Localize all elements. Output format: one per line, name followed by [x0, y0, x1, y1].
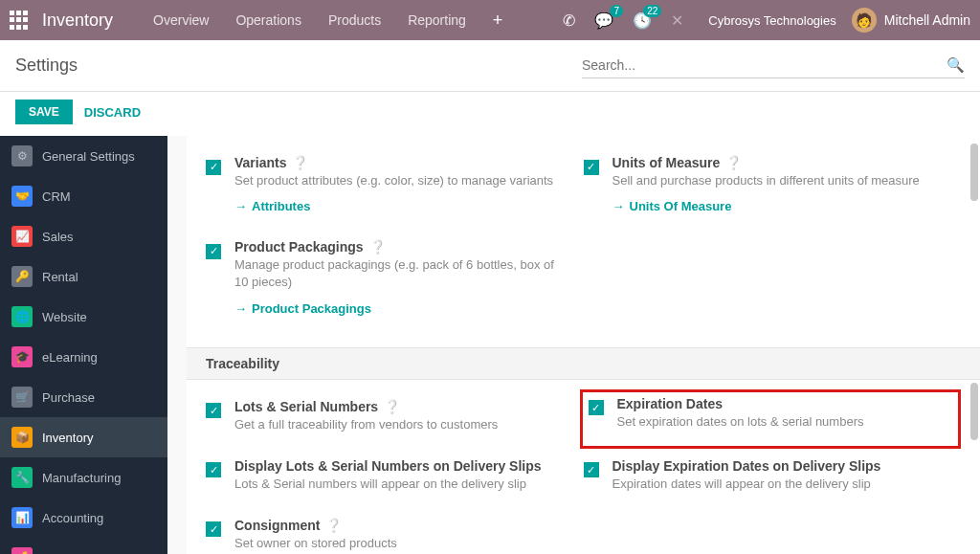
nav-reporting[interactable]: Reporting [408, 12, 466, 28]
sidebar-item-label: Website [42, 310, 87, 324]
arrow-right-icon: → [234, 301, 247, 316]
top-navbar: Inventory Overview Operations Products R… [0, 0, 980, 40]
scrollbar[interactable] [970, 383, 978, 440]
sidebar-item-label: Inventory [42, 431, 93, 445]
chat-icon[interactable]: 💬7 [594, 11, 613, 30]
save-button[interactable]: SAVE [15, 100, 73, 124]
nav-overview[interactable]: Overview [153, 12, 209, 28]
checkbox-variants[interactable]: ✓ [206, 160, 221, 175]
phone-icon[interactable]: ✆ [563, 11, 575, 30]
sidebar-item-crm[interactable]: 🤝CRM [0, 176, 167, 216]
globe-icon: 🌐 [11, 306, 33, 327]
breadcrumb-bar: Settings 🔍 [0, 40, 980, 92]
setting-title: Lots & Serial Numbers [234, 399, 378, 414]
sidebar-item-label: eLearning [42, 350, 98, 365]
search-icon[interactable]: 🔍 [947, 56, 965, 74]
sidebar-item-purchase[interactable]: 🛒Purchase [0, 377, 167, 417]
company-name[interactable]: Cybrosys Technologies [708, 13, 835, 28]
setting-title: Expiration Dates [617, 396, 723, 411]
checkbox-display-exp[interactable]: ✓ [584, 462, 599, 477]
settings-content: ✓ Variants❔ Set product attributes (e.g.… [167, 136, 980, 554]
checkbox-display-lots[interactable]: ✓ [206, 462, 221, 477]
setting-desc: Lots & Serial numbers will appear on the… [234, 476, 557, 493]
apps-icon[interactable] [10, 11, 29, 30]
wrench-icon: 🔧 [11, 467, 33, 488]
sidebar-item-general[interactable]: ⚙General Settings [0, 136, 167, 176]
help-icon[interactable]: ❔ [292, 155, 308, 170]
ledger-icon: 📊 [11, 507, 33, 528]
activity-icon[interactable]: 🕓22 [633, 11, 652, 30]
arrow-right-icon: → [234, 199, 247, 213]
link-packagings[interactable]: →Product Packagings [234, 301, 371, 316]
user-name: Mitchell Admin [884, 12, 970, 28]
gear-icon: ⚙ [11, 145, 33, 166]
cart-icon: 🛒 [11, 387, 33, 408]
setting-title: Product Packagings [234, 239, 364, 255]
sidebar-item-elearning[interactable]: 🎓eLearning [0, 337, 167, 377]
checkbox-consignment[interactable]: ✓ [206, 521, 221, 537]
sidebar-item-label: Purchase [42, 390, 95, 405]
checkbox-packagings[interactable]: ✓ [206, 244, 221, 259]
link-uom[interactable]: →Units Of Measure [612, 199, 732, 213]
setting-uom: ✓ Units of Measure❔ Sell and purchase pr… [584, 145, 962, 230]
checkbox-expiration[interactable]: ✓ [589, 400, 604, 415]
setting-display-lots-slips: ✓ Display Lots & Serial Numbers on Deliv… [206, 449, 584, 508]
activity-badge: 22 [643, 5, 661, 17]
scrollbar[interactable] [970, 144, 978, 201]
search-wrap: 🔍 [582, 53, 965, 78]
sidebar-item-manufacturing[interactable]: 🔧Manufacturing [0, 457, 167, 498]
checkbox-lots[interactable]: ✓ [206, 403, 221, 418]
tools-icon[interactable]: ✕ [671, 11, 683, 30]
sidebar-item-sales[interactable]: 📈Sales [0, 216, 167, 256]
sidebar-item-website[interactable]: 🌐Website [0, 297, 167, 337]
setting-desc: Get a full traceability from vendors to … [234, 416, 553, 433]
setting-desc: Set owner on stored products [234, 535, 557, 552]
sidebar-item-rental[interactable]: 🔑Rental [0, 256, 167, 297]
sidebar-item-label: Payroll [42, 551, 80, 555]
app-title[interactable]: Inventory [42, 11, 113, 31]
chart-icon: 📈 [11, 226, 33, 247]
setting-consignment: ✓ Consignment❔ Set owner on stored produ… [206, 508, 584, 554]
help-icon[interactable]: ❔ [369, 239, 386, 255]
money-icon: 💰 [11, 547, 33, 554]
setting-desc: Expiration dates will appear on the deli… [612, 476, 935, 493]
avatar: 🧑 [852, 8, 877, 33]
setting-expiration-dates: ✓ Expiration Dates Set expiration dates … [580, 389, 962, 449]
sidebar-item-label: Accounting [42, 511, 103, 525]
search-input[interactable] [582, 57, 947, 73]
nav-products[interactable]: Products [328, 12, 381, 28]
help-icon[interactable]: ❔ [325, 518, 342, 533]
book-icon: 🎓 [11, 346, 33, 367]
page-title: Settings [15, 55, 78, 76]
discard-button[interactable]: DISCARD [84, 105, 141, 120]
help-icon[interactable]: ❔ [725, 155, 742, 170]
sidebar-item-inventory[interactable]: 📦Inventory [0, 417, 167, 457]
setting-desc: Set expiration dates on lots & serial nu… [617, 413, 936, 431]
nav-operations[interactable]: Operations [235, 12, 301, 28]
setting-title: Units of Measure [612, 155, 721, 170]
sidebar-item-label: Sales [42, 230, 74, 244]
setting-title: Display Expiration Dates on Delivery Sli… [612, 458, 881, 474]
setting-lots: ✓ Lots & Serial Numbers❔ Get a full trac… [206, 389, 580, 449]
key-icon: 🔑 [11, 266, 33, 287]
add-icon[interactable]: + [493, 11, 503, 31]
checkbox-uom[interactable]: ✓ [584, 160, 599, 175]
sidebar-item-accounting[interactable]: 📊Accounting [0, 498, 167, 538]
box-icon: 📦 [11, 427, 33, 448]
handshake-icon: 🤝 [11, 186, 33, 207]
user-menu[interactable]: 🧑 Mitchell Admin [852, 8, 970, 33]
setting-packagings: ✓ Product Packagings❔ Manage product pac… [206, 230, 584, 331]
settings-sidebar: ⚙General Settings 🤝CRM 📈Sales 🔑Rental 🌐W… [0, 136, 167, 554]
setting-title: Variants [234, 155, 286, 170]
sidebar-item-label: CRM [42, 189, 71, 204]
setting-desc: Manage product packagings (e.g. pack of … [234, 256, 557, 291]
sidebar-item-payroll[interactable]: 💰Payroll [0, 538, 167, 554]
setting-variants: ✓ Variants❔ Set product attributes (e.g.… [206, 145, 584, 230]
sidebar-item-label: Rental [42, 270, 78, 284]
link-attributes[interactable]: →Attributes [234, 199, 310, 213]
help-icon[interactable]: ❔ [384, 399, 400, 414]
action-bar: SAVE DISCARD [0, 92, 980, 136]
setting-title: Consignment [234, 518, 320, 533]
setting-desc: Sell and purchase products in different … [612, 172, 935, 189]
sidebar-item-label: Manufacturing [42, 471, 121, 485]
